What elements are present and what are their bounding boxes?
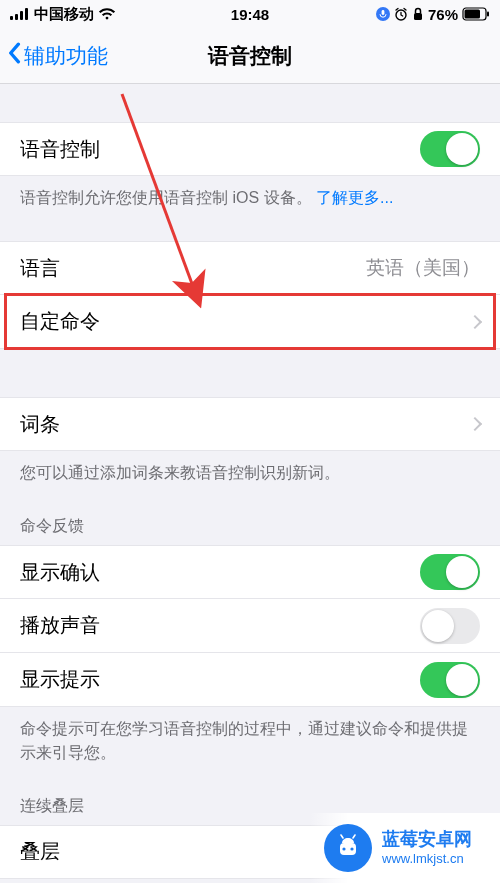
status-left: 中国移动 <box>10 5 116 24</box>
svg-rect-10 <box>487 12 489 17</box>
play-sound-switch[interactable] <box>420 608 480 644</box>
row-play-sound[interactable]: 播放声音 <box>0 599 500 653</box>
voice-control-label: 语音控制 <box>20 136 100 163</box>
play-sound-label: 播放声音 <box>20 612 100 639</box>
feedback-footer: 命令提示可在您学习语音控制的过程中，通过建议命令和提供提示来引导您。 <box>0 707 500 777</box>
voice-control-footer-text: 语音控制允许您使用语音控制 iOS 设备。 <box>20 189 312 206</box>
watermark-badge: 蓝莓安卓网 www.lmkjst.cn <box>310 813 500 883</box>
watermark-logo-icon <box>324 824 372 872</box>
mic-icon <box>376 7 390 21</box>
status-bar: 中国移动 19:48 76% <box>0 0 500 28</box>
group-voice-control: 语音控制 <box>0 122 500 176</box>
svg-rect-1 <box>15 14 18 20</box>
svg-rect-0 <box>10 16 13 20</box>
show-hints-label: 显示提示 <box>20 666 100 693</box>
carrier-label: 中国移动 <box>34 5 94 24</box>
group-feedback: 显示确认 播放声音 显示提示 <box>0 545 500 707</box>
watermark-url: www.lmkjst.cn <box>382 851 472 867</box>
svg-rect-3 <box>25 8 28 20</box>
svg-rect-9 <box>465 10 481 19</box>
wifi-icon <box>98 8 116 20</box>
row-show-confirm[interactable]: 显示确认 <box>0 545 500 599</box>
back-label: 辅助功能 <box>24 42 108 70</box>
svg-line-15 <box>341 835 343 838</box>
nav-bar: 辅助功能 语音控制 <box>0 28 500 84</box>
battery-percent: 76% <box>428 6 458 23</box>
learn-more-link[interactable]: 了解更多... <box>316 189 393 206</box>
chevron-right-icon <box>468 315 482 329</box>
svg-line-16 <box>353 835 355 838</box>
status-right: 76% <box>376 6 490 23</box>
row-language[interactable]: 语言 英语（美国） <box>0 241 500 295</box>
show-hints-switch[interactable] <box>420 662 480 698</box>
vocabulary-footer: 您可以通过添加词条来教语音控制识别新词。 <box>0 451 500 498</box>
alarm-icon <box>394 7 408 21</box>
svg-rect-12 <box>340 843 356 855</box>
svg-rect-7 <box>414 13 422 20</box>
row-custom-commands[interactable]: 自定命令 <box>0 295 500 349</box>
voice-control-switch[interactable] <box>420 131 480 167</box>
voice-control-footer: 语音控制允许您使用语音控制 iOS 设备。 了解更多... <box>0 176 500 223</box>
signal-icon <box>10 8 30 20</box>
svg-rect-5 <box>382 10 385 15</box>
svg-point-14 <box>350 847 353 850</box>
back-button[interactable]: 辅助功能 <box>0 42 108 70</box>
language-label: 语言 <box>20 255 60 282</box>
feedback-header: 命令反馈 <box>0 498 500 545</box>
vocabulary-label: 词条 <box>20 411 60 438</box>
custom-commands-label: 自定命令 <box>20 308 100 335</box>
overlay-label: 叠层 <box>20 838 60 865</box>
lock-icon <box>412 7 424 21</box>
group-vocabulary: 词条 <box>0 397 500 451</box>
row-show-hints[interactable]: 显示提示 <box>0 653 500 707</box>
watermark-title: 蓝莓安卓网 <box>382 829 472 851</box>
page-title: 语音控制 <box>208 42 292 70</box>
group-language: 语言 英语（美国） 自定命令 <box>0 241 500 349</box>
chevron-right-icon <box>468 417 482 431</box>
status-time: 19:48 <box>231 6 269 23</box>
row-vocabulary[interactable]: 词条 <box>0 397 500 451</box>
row-voice-control[interactable]: 语音控制 <box>0 122 500 176</box>
show-confirm-switch[interactable] <box>420 554 480 590</box>
show-confirm-label: 显示确认 <box>20 559 100 586</box>
svg-point-13 <box>342 847 345 850</box>
svg-rect-2 <box>20 11 23 20</box>
language-value: 英语（美国） <box>366 255 480 281</box>
chevron-left-icon <box>6 42 22 69</box>
battery-icon <box>462 7 490 21</box>
